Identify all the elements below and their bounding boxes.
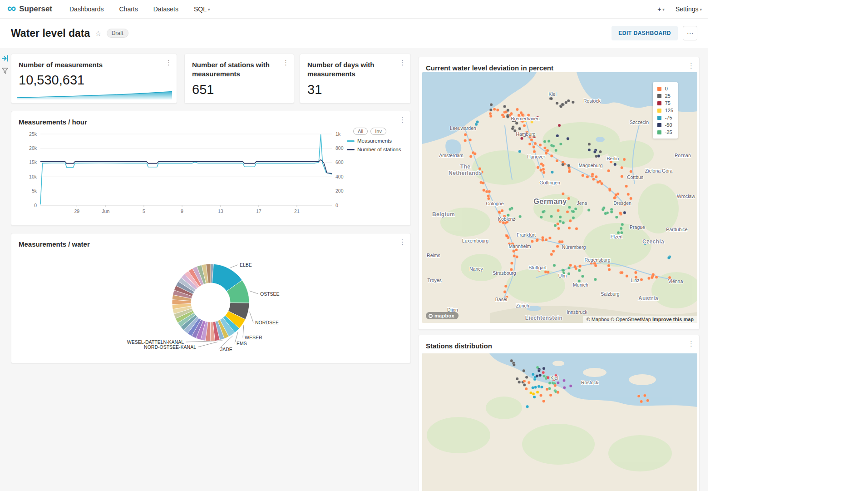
card-menu-kebab-icon[interactable]: ⋮ [399, 238, 406, 245]
station-dot [562, 192, 564, 195]
measurements-water-donut-chart[interactable]: ELBEOSTSEENORDSEEWESEREMSJADEWESEL-DATTE… [19, 255, 404, 358]
station-dot [464, 139, 466, 142]
superset-logo[interactable]: ∞ Superset [7, 4, 52, 15]
station-dot [621, 175, 623, 178]
chart-title: Measurements / water [11, 233, 410, 249]
station-dot [567, 99, 570, 102]
station-dot [539, 169, 542, 172]
station-dot [483, 189, 485, 192]
station-dot [487, 197, 490, 200]
station-dot [582, 174, 584, 177]
map-city-label: Munich [573, 282, 588, 288]
station-dot [553, 264, 556, 267]
legend-swatch [657, 130, 661, 134]
map-city-label: Hamburg [516, 131, 535, 137]
station-dot [552, 250, 555, 253]
kpi-value: 10,530,631 [11, 69, 177, 88]
station-dot [533, 396, 536, 398]
station-dot [548, 237, 551, 239]
station-dot [572, 210, 575, 213]
map-city-label: Nancy [469, 266, 483, 272]
station-dot [592, 178, 595, 180]
station-dot [602, 208, 604, 211]
station-dot [538, 369, 540, 372]
station-dot [546, 149, 549, 152]
map-city-label: Kiel [550, 375, 558, 381]
chart-title: Current water level deviation in percent [419, 57, 699, 73]
main-menu: Dashboards Charts Datasets SQL▾ [69, 5, 210, 13]
station-dot [623, 158, 626, 161]
station-dot [563, 386, 566, 389]
edit-dashboard-button[interactable]: EDIT DASHBOARD [612, 26, 678, 40]
settings-menu[interactable]: Settings▾ [676, 5, 702, 13]
map-country-label: Czechia [642, 238, 664, 245]
station-dot [667, 257, 670, 259]
dashboard-more-button[interactable]: ⋯ [683, 26, 697, 40]
deviation-map[interactable]: LeeuwardenAmsterdamBremerhavenKielRostoc… [422, 72, 697, 323]
station-dot [489, 109, 492, 111]
station-dot [559, 143, 562, 145]
map-city-label: Hanover [527, 154, 545, 159]
stations-map-canvas[interactable]: KielRostock [422, 353, 697, 491]
attr-osm[interactable]: © OpenStreetMap [611, 317, 651, 322]
map-legend-item: -25 [657, 129, 673, 135]
card-menu-kebab-icon[interactable]: ⋮ [399, 116, 406, 123]
station-dot [537, 166, 539, 169]
station-dot [569, 385, 572, 387]
card-menu-kebab-icon[interactable]: ⋮ [688, 62, 695, 69]
mapbox-logo[interactable]: mapbox [426, 312, 459, 319]
draft-badge: Draft [107, 29, 128, 38]
map-city-label: Salzburg [601, 291, 620, 297]
map-legend-item: 0 [657, 86, 673, 91]
measurements-hour-chart[interactable]: 05k10k15k20k25k02004006008001k29Jun59131… [15, 129, 351, 213]
station-dot [540, 386, 543, 388]
legend-value: -75 [665, 115, 672, 120]
station-dot [568, 206, 571, 208]
map-legend-item: -50 [657, 122, 673, 128]
station-dot [539, 144, 542, 146]
station-dot [604, 212, 607, 215]
favorite-star-icon[interactable]: ☆ [95, 29, 101, 38]
station-dot [503, 290, 506, 293]
legend-item-number-of-stations[interactable]: Number of stations [347, 147, 407, 152]
svg-text:600: 600 [335, 159, 344, 165]
stations-map[interactable]: KielRostock [422, 353, 697, 491]
legend-item-measurements[interactable]: Measurements [347, 138, 407, 144]
station-dot [525, 376, 528, 378]
station-dot [572, 216, 575, 219]
station-dot [595, 175, 597, 178]
attr-improve-link[interactable]: Improve this map [652, 317, 694, 322]
svg-text:10k: 10k [29, 174, 37, 179]
nav-sql[interactable]: SQL▾ [194, 5, 210, 13]
card-menu-kebab-icon[interactable]: ⋮ [399, 59, 406, 66]
station-dot [625, 185, 628, 188]
card-menu-kebab-icon[interactable]: ⋮ [688, 340, 695, 347]
station-dot [640, 278, 643, 281]
settings-label: Settings [676, 5, 699, 13]
attr-mapbox[interactable]: © Mapbox [587, 317, 609, 322]
map-city-label: Reims [427, 253, 440, 258]
station-dot [555, 149, 557, 152]
expand-filter-bar-icon[interactable] [2, 55, 9, 62]
card-menu-kebab-icon[interactable]: ⋮ [282, 59, 289, 66]
station-dot [637, 395, 640, 397]
station-dot [556, 245, 559, 248]
filter-icon[interactable] [2, 68, 8, 74]
station-dot [516, 108, 518, 111]
legend-pill-all[interactable]: All [353, 128, 368, 135]
nav-dashboards[interactable]: Dashboards [69, 5, 104, 13]
nav-charts[interactable]: Charts [119, 5, 138, 13]
mapbox-ring-icon [429, 314, 433, 318]
kpi-sparkline[interactable] [17, 89, 172, 99]
station-dot [607, 169, 610, 172]
dashboard-header: Water level data ☆ Draft EDIT DASHBOARD … [0, 19, 708, 48]
card-menu-kebab-icon[interactable]: ⋮ [165, 59, 172, 66]
station-dot [594, 264, 597, 267]
station-dot [547, 140, 550, 143]
new-item-button[interactable]: +▾ [657, 5, 665, 13]
station-dot [557, 382, 559, 384]
nav-datasets[interactable]: Datasets [153, 5, 178, 13]
station-dot [525, 387, 528, 390]
station-dot [528, 143, 531, 145]
legend-pill-inv[interactable]: Inv [370, 128, 386, 135]
